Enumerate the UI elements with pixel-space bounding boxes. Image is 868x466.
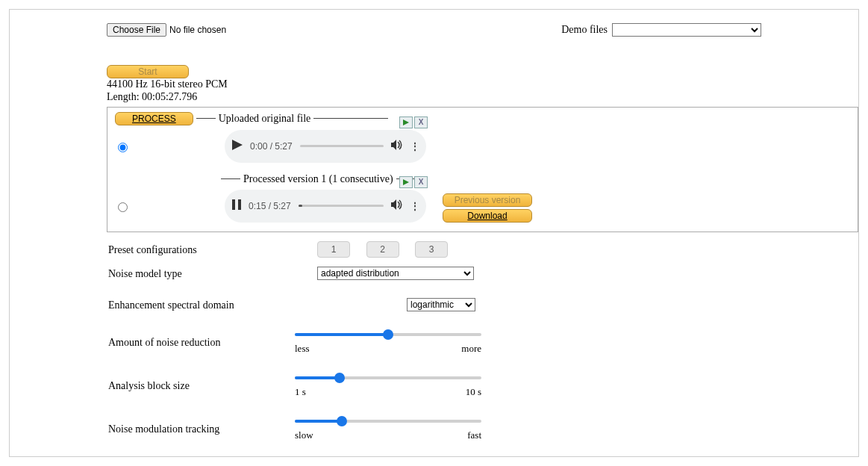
volume-icon[interactable] — [391, 140, 403, 152]
slider-thumb-icon[interactable] — [383, 329, 393, 340]
demo-files-row: Demo files — [561, 23, 761, 37]
version-buttons: Previous version Download — [443, 193, 532, 223]
preset-3-button[interactable]: 3 — [415, 241, 448, 258]
progress-bar[interactable] — [300, 145, 384, 147]
pause-icon[interactable] — [232, 199, 241, 212]
progress-bar[interactable] — [299, 205, 384, 207]
audio-panel: PROCESS Uploaded original file X 0:00 / … — [107, 107, 858, 232]
slider-row: Analysis block size1 s10 s — [108, 373, 858, 398]
start-block: Start 44100 Hz 16-bit stereo PCM Length:… — [10, 65, 858, 104]
spectral-domain-select[interactable]: logarithmic — [407, 298, 475, 311]
audio-row-original: X 0:00 / 5:27 ⋮ — [115, 130, 850, 163]
preset-2-button[interactable]: 2 — [366, 241, 399, 258]
choose-file-button[interactable]: Choose File — [107, 23, 166, 37]
sliders-host: Amount of noise reductionlessmoreAnalysi… — [108, 329, 858, 441]
preset-row: Preset configurations 1 2 3 — [108, 241, 858, 258]
svg-marker-0 — [403, 119, 409, 125]
slider-track[interactable] — [295, 373, 481, 383]
kebab-menu-icon[interactable]: ⋮ — [410, 141, 419, 152]
slider-label: Amount of noise reduction — [108, 335, 295, 349]
slider-label: Analysis block size — [108, 379, 295, 392]
noise-model-row: Noise model type adapted distribution — [108, 267, 858, 280]
slider-thumb-icon[interactable] — [337, 416, 347, 426]
slider-row: Noise modulation trackingslowfast — [108, 416, 858, 441]
legend-line-icon — [221, 178, 240, 179]
slider-control: lessmore — [295, 329, 481, 355]
file-chooser: Choose File No file chosen — [107, 23, 226, 37]
svg-marker-3 — [403, 179, 409, 185]
legend-processed-row: Processed version 1 (1 consecutive) — [218, 173, 850, 185]
svg-marker-1 — [232, 140, 243, 150]
svg-rect-4 — [232, 199, 235, 210]
slider-right-label: 10 s — [466, 386, 481, 398]
mini-play-icon[interactable] — [399, 176, 413, 188]
mini-close-icon[interactable]: X — [414, 116, 428, 128]
legend-processed-label: Processed version 1 (1 consecutive) — [243, 173, 393, 185]
slider-track[interactable] — [295, 416, 481, 426]
audio-length-text: Length: 00:05:27.796 — [107, 91, 858, 104]
noise-model-label: Noise model type — [108, 267, 295, 280]
settings-area: Preset configurations 1 2 3 Noise model … — [108, 241, 858, 441]
play-icon[interactable] — [232, 140, 243, 152]
demo-files-label: Demo files — [561, 24, 608, 36]
svg-rect-5 — [238, 199, 241, 210]
file-name-text: No file chosen — [169, 25, 226, 35]
slider-row: Amount of noise reductionlessmore — [108, 329, 858, 355]
spectral-row: Enhancement spectral domain logarithmic — [108, 298, 858, 311]
slider-right-label: fast — [467, 429, 481, 441]
slider-left-label: 1 s — [295, 386, 306, 398]
preset-label: Preset configurations — [108, 243, 295, 256]
previous-version-button[interactable]: Previous version — [443, 193, 532, 207]
volume-icon[interactable] — [391, 199, 403, 212]
select-original-radio[interactable] — [118, 143, 128, 152]
start-button[interactable]: Start — [107, 65, 189, 78]
demo-files-select[interactable] — [612, 23, 761, 37]
slider-left-label: slow — [295, 429, 313, 441]
audio-row-processed: X 0:15 / 5:27 ⋮ Previous version Downloa… — [115, 190, 850, 223]
audio-player-processed: X 0:15 / 5:27 ⋮ — [225, 190, 426, 223]
preset-1-button[interactable]: 1 — [317, 241, 350, 258]
overlay-controls: X — [399, 176, 428, 188]
overlay-controls: X — [399, 116, 428, 128]
slider-control: slowfast — [295, 416, 481, 441]
top-row: Choose File No file chosen Demo files — [10, 23, 858, 37]
svg-marker-6 — [391, 199, 396, 210]
svg-marker-2 — [391, 140, 396, 150]
slider-right-label: more — [461, 343, 481, 355]
process-button[interactable]: PROCESS — [115, 112, 193, 125]
main-panel: Choose File No file chosen Demo files St… — [9, 9, 859, 457]
slider-track[interactable] — [295, 329, 481, 340]
legend-original-label: Uploaded original file — [219, 113, 311, 125]
audio-player-original: X 0:00 / 5:27 ⋮ — [225, 130, 426, 163]
noise-model-select[interactable]: adapted distribution — [317, 267, 474, 280]
download-button[interactable]: Download — [443, 209, 532, 223]
kebab-menu-icon[interactable]: ⋮ — [410, 201, 419, 211]
mini-close-icon[interactable]: X — [414, 176, 428, 188]
legend-original-row: PROCESS Uploaded original file — [115, 112, 850, 125]
time-display: 0:15 / 5:27 — [249, 201, 291, 211]
audio-format-text: 44100 Hz 16-bit stereo PCM — [107, 78, 858, 91]
legend-line-icon — [313, 118, 388, 119]
legend-line-icon — [196, 118, 216, 119]
slider-thumb-icon[interactable] — [334, 373, 345, 383]
spectral-domain-label: Enhancement spectral domain — [108, 298, 243, 311]
slider-left-label: less — [295, 343, 310, 355]
slider-label: Noise modulation tracking — [108, 422, 295, 435]
mini-play-icon[interactable] — [399, 116, 413, 128]
inner-wrap: Choose File No file chosen Demo files St… — [10, 10, 858, 441]
select-processed-radio[interactable] — [118, 202, 128, 212]
slider-control: 1 s10 s — [295, 373, 481, 398]
time-display: 0:00 / 5:27 — [250, 141, 293, 152]
